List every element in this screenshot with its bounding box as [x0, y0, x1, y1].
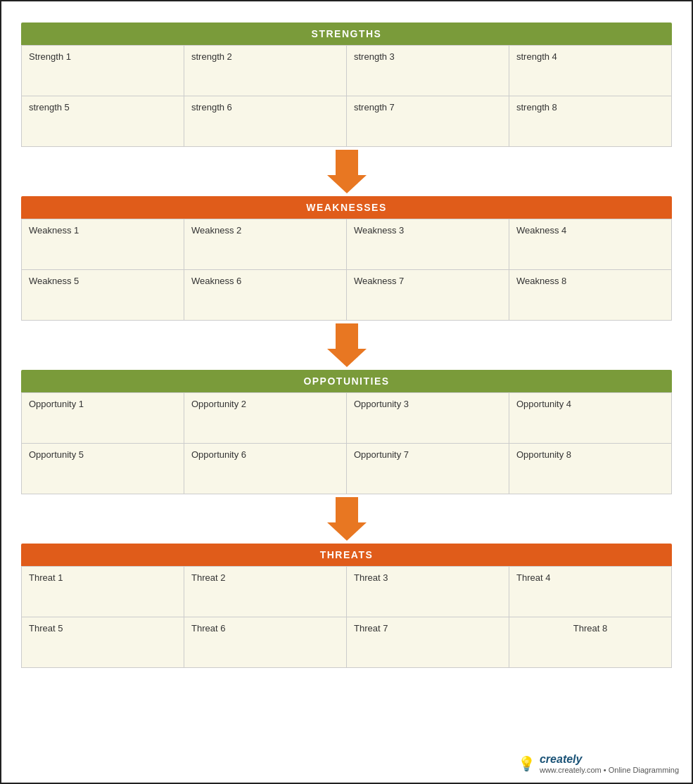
list-item[interactable]: Weakness 4	[509, 219, 672, 269]
arrow-down-3	[21, 494, 672, 544]
list-item[interactable]: Opportunity 1	[22, 392, 184, 443]
list-item[interactable]: Weakness 6	[184, 269, 347, 320]
threats-section: THREATS Threat 1 Threat 2 Threat 3 Threa…	[21, 544, 672, 668]
weaknesses-grid: Weakness 1 Weakness 2 Weakness 3 Weaknes…	[21, 219, 672, 321]
list-item[interactable]: Weakness 7	[347, 269, 509, 320]
list-item[interactable]: Threat 4	[509, 566, 672, 617]
list-item[interactable]: strength 7	[347, 96, 509, 146]
list-item[interactable]: Threat 1	[22, 566, 184, 617]
list-item[interactable]: Weakness 2	[184, 219, 347, 269]
list-item[interactable]: Opportunity 6	[184, 443, 347, 494]
list-item[interactable]: Threat 2	[184, 566, 347, 617]
brand-name: creately	[540, 753, 679, 766]
list-item[interactable]: Weakness 5	[22, 269, 184, 320]
list-item[interactable]: Threat 6	[184, 617, 347, 667]
strengths-grid: Strength 1 strength 2 strength 3 strengt…	[21, 45, 672, 147]
bulb-icon: 💡	[518, 755, 535, 772]
list-item[interactable]: Weakness 3	[347, 219, 509, 269]
list-item[interactable]: strength 8	[509, 96, 672, 146]
strengths-section: STRENGTHS Strength 1 strength 2 strength…	[21, 23, 672, 147]
list-item[interactable]: Threat 3	[347, 566, 509, 617]
list-item[interactable]: Opportunity 4	[509, 392, 672, 443]
list-item[interactable]: Strength 1	[22, 45, 184, 96]
list-item[interactable]: Threat 8	[509, 617, 672, 667]
threats-grid: Threat 1 Threat 2 Threat 3 Threat 4 Thre…	[21, 566, 672, 668]
weaknesses-section: WEAKNESSES Weakness 1 Weakness 2 Weaknes…	[21, 196, 672, 321]
opportunities-grid: Opportunity 1 Opportunity 2 Opportunity …	[21, 392, 672, 494]
list-item[interactable]: Opportunity 5	[22, 443, 184, 494]
opportunities-section: OPPOTUNITIES Opportunity 1 Opportunity 2…	[21, 370, 672, 494]
list-item[interactable]: Opportunity 8	[509, 443, 672, 494]
arrow-down-1	[21, 147, 672, 196]
strengths-header: STRENGTHS	[21, 23, 672, 45]
arrow-down-2	[21, 321, 672, 370]
list-item[interactable]: strength 5	[22, 96, 184, 146]
list-item[interactable]: strength 2	[184, 45, 347, 96]
list-item[interactable]: Opportunity 3	[347, 392, 509, 443]
list-item[interactable]: Opportunity 2	[184, 392, 347, 443]
list-item[interactable]: Threat 5	[22, 617, 184, 667]
weaknesses-header: WEAKNESSES	[21, 196, 672, 219]
list-item[interactable]: Weakness 1	[22, 219, 184, 269]
brand-tagline: www.creately.com • Online Diagramming	[540, 766, 679, 774]
opportunities-header: OPPOTUNITIES	[21, 370, 672, 392]
list-item[interactable]: strength 4	[509, 45, 672, 96]
list-item[interactable]: strength 3	[347, 45, 509, 96]
list-item[interactable]: Threat 7	[347, 617, 509, 667]
list-item[interactable]: strength 6	[184, 96, 347, 146]
list-item[interactable]: Weakness 8	[509, 269, 672, 320]
footer: 💡 creately www.creately.com • Online Dia…	[518, 753, 679, 774]
threats-header: THREATS	[21, 544, 672, 566]
list-item[interactable]: Opportunity 7	[347, 443, 509, 494]
